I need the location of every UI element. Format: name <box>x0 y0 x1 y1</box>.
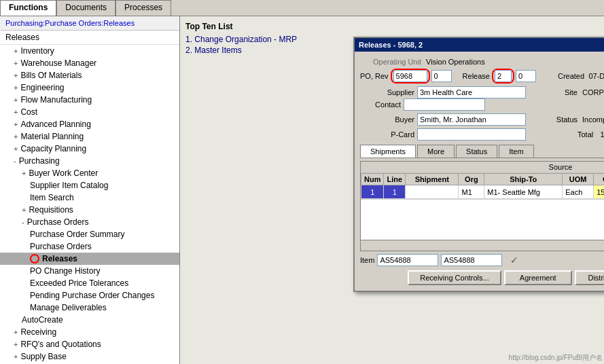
release-input[interactable] <box>495 70 512 82</box>
nav-item-exceeded-price-tolerances[interactable]: Exceeded Price Tolerances <box>0 277 179 289</box>
expand-icon: + <box>14 84 18 92</box>
po-rev-box-input[interactable] <box>431 70 452 82</box>
status-group: Status Incomplete <box>537 115 604 124</box>
nav-item-advanced-planning[interactable]: + Advanced Planning <box>0 118 179 130</box>
total-value: 16617.9 <box>599 130 604 139</box>
tab-processes[interactable]: Processes <box>116 0 171 16</box>
pcard-input[interactable] <box>417 128 526 141</box>
nav-item-label: Inventory <box>20 46 54 56</box>
bottom-button-bar: Receiving Controls... Agreement Distribu… <box>360 270 604 285</box>
inner-tab-shipments[interactable]: Shipments <box>360 145 416 158</box>
nav-item-purchase-order-summary[interactable]: Purchase Order Summary <box>0 228 179 240</box>
nav-item-purchase-orders[interactable]: Purchase Orders <box>0 240 179 253</box>
nav-item-inventory[interactable]: + Inventory <box>0 45 179 57</box>
nav-item-label: RFQ's and Quotations <box>20 340 101 349</box>
nav-item-purchasing[interactable]: - Purchasing <box>0 155 179 167</box>
nav-item-supplier-item-catalog[interactable]: Supplier Item Catalog <box>0 179 179 192</box>
nav-item-label: Bills Of Materials <box>20 71 82 80</box>
contact-input[interactable] <box>404 98 485 111</box>
nav-item-label: Exceeded Price Tolerances <box>30 278 128 288</box>
row-line-cell: 1 <box>384 185 406 199</box>
nav-item-item-search[interactable]: Item Search <box>0 192 179 204</box>
tab-documents[interactable]: Documents <box>56 0 116 16</box>
nav-item-manage-deliverables[interactable]: Manage Deliverables <box>0 302 179 314</box>
pcard-label: P-Card <box>360 130 414 139</box>
nav-item-cost[interactable]: + Cost <box>0 106 179 118</box>
nav-item-warehouse-manager[interactable]: + Warehouse Manager <box>0 57 179 69</box>
contact-label: Contact <box>360 101 401 109</box>
expand-icon: + <box>14 71 18 79</box>
item-input-2[interactable] <box>441 254 502 266</box>
tab-functions[interactable]: Functions <box>0 0 56 16</box>
nav-item-label: Capacity Planning <box>20 144 86 153</box>
shipments-table: NumLineShipmentOrgShip-ToUOMQuantityPric… <box>361 173 604 199</box>
quantity-cell: 15 <box>594 185 604 199</box>
nav-item-po-change-history[interactable]: PO Change History <box>0 265 179 277</box>
release-label: Release <box>463 72 490 80</box>
source-label: Source <box>361 162 604 173</box>
nav-item-flow-manufacturing[interactable]: + Flow Manufacturing <box>0 94 179 106</box>
nav-item-label: Engineering <box>20 83 64 92</box>
status-value: Incomplete <box>580 115 604 124</box>
releases-modal: Releases - 5968, 2 _ □ ✕ Operating Unit … <box>353 37 604 292</box>
collapse-icon: - <box>14 157 16 165</box>
nav-item-label: Buyer Work Center <box>29 168 98 178</box>
modal-title: Releases - 5968, 2 <box>359 41 423 49</box>
item-input-1[interactable] <box>377 254 438 266</box>
nav-item-label: AutoCreate <box>22 315 63 325</box>
nav-item-label: Supply Base <box>20 352 66 361</box>
nav-item-engineering[interactable]: + Engineering <box>0 81 179 94</box>
watermark: http://blog.csdn.jp/FPuBl用户名 <box>508 352 604 364</box>
nav-item-supply-base[interactable]: + Supply Base <box>0 350 179 363</box>
nav-item-autocreate[interactable]: AutoCreate <box>0 314 179 326</box>
operating-unit-value: Vision Operations <box>424 57 487 67</box>
supplier-input[interactable] <box>417 86 526 98</box>
supplier-group: Supplier <box>360 86 526 98</box>
expand-icon: + <box>14 328 18 336</box>
table-cell-4: M1- Seattle Mfg <box>484 185 563 199</box>
receiving-controls-button[interactable]: Receiving Controls... <box>408 270 501 285</box>
buyer-input[interactable] <box>417 113 526 126</box>
table-body: 11M1M1- Seattle MfgEach15107.8608-DEC-20… <box>361 185 605 199</box>
nav-item-bills-of-materials[interactable]: + Bills Of Materials <box>0 69 179 81</box>
buyer-label: Buyer <box>360 115 414 124</box>
inner-tab-item[interactable]: Item <box>499 145 533 158</box>
table-header: NumLineShipmentOrgShip-ToUOMQuantityPric… <box>361 174 605 185</box>
distributions-button[interactable]: Distributions <box>575 270 604 285</box>
nav-item-label: Pending Purchase Order Changes <box>30 291 154 300</box>
releases-circle-arrow <box>30 254 39 263</box>
item-bar: Item ✓ <box>360 254 604 266</box>
nav-item-material-planning[interactable]: + Material Planning <box>0 130 179 143</box>
nav-item-label: Purchase Orders <box>27 217 89 227</box>
table-cell-5: Each <box>563 185 594 199</box>
nav-item-label: Manage Deliverables <box>30 303 107 312</box>
inner-tab-status[interactable]: Status <box>456 145 497 158</box>
nav-item-requisitions[interactable]: + Requisitions <box>0 204 179 216</box>
nav-item-capacity-planning[interactable]: + Capacity Planning <box>0 143 179 155</box>
inner-tab-more[interactable]: More <box>417 145 455 158</box>
nav-item-label: PO Change History <box>30 266 100 276</box>
expand-icon: + <box>14 47 18 55</box>
nav-item-label: Item Search <box>30 193 74 202</box>
po-rev-input[interactable] <box>393 70 427 82</box>
table-row[interactable]: 11M1M1- Seattle MfgEach15107.8608-DEC-20… <box>361 185 605 199</box>
contact-group: Contact <box>360 98 485 111</box>
nav-item-rfq's-and-quotations[interactable]: + RFQ's and Quotations <box>0 338 179 350</box>
nav-item-label: Purchase Orders <box>30 242 92 251</box>
nav-item-receiving[interactable]: + Receiving <box>0 326 179 338</box>
horizontal-scrollbar[interactable] <box>361 240 604 251</box>
modal-titlebar: Releases - 5968, 2 _ □ ✕ <box>355 38 604 52</box>
shipments-table-container: Source NumLineShipmentOrgShip-ToUOMQuant… <box>360 161 604 251</box>
nav-item-label: Requisitions <box>29 205 73 215</box>
nav-item-releases[interactable]: Releases <box>0 253 179 265</box>
item-bar-label: Item <box>360 256 374 264</box>
agreement-button[interactable]: Agreement <box>504 270 572 285</box>
nav-item-buyer-work-center[interactable]: + Buyer Work Center <box>0 167 179 179</box>
col-header-org: Org <box>459 174 484 185</box>
expand-icon: + <box>14 108 18 116</box>
nav-item-pending-purchase-order-changes[interactable]: Pending Purchase Order Changes <box>0 289 179 302</box>
release-box-input[interactable] <box>516 70 536 82</box>
nav-item-purchase-orders[interactable]: - Purchase Orders <box>0 216 179 228</box>
release-circle <box>492 69 514 84</box>
total-group: Total 16617.9 [ ] <box>578 130 604 139</box>
